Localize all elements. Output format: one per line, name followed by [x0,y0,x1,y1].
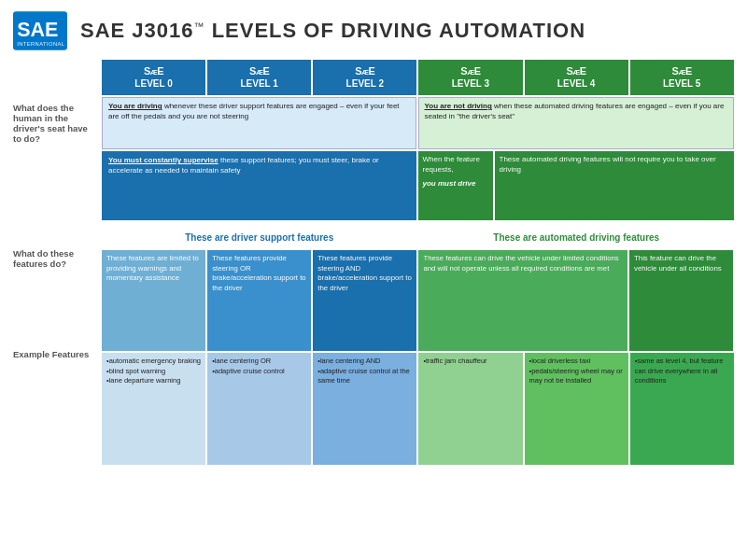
page-title: SAE J3016™ LEVELS OF DRIVING AUTOMATION [80,19,585,43]
label-column: What does the human in the driver's seat… [13,60,102,465]
level-5-num: LEVEL 5 [663,78,700,90]
level-1-header: SÆE LEVEL 1 [207,60,311,95]
level-1-num: LEVEL 1 [240,78,277,90]
row1-blue-must: You must constantly supervise [108,156,218,164]
subheader-green: These are automated driving features [419,226,735,248]
page: SAE INTERNATIONAL SAE J3016™ LEVELS OF D… [0,0,747,560]
row1-green-bottom: When the feature requests, you must driv… [418,151,735,220]
row1-green-level45: These automated driving features will no… [495,151,735,220]
ex-cell-2: •lane centering AND •adaptive cruise con… [313,353,416,465]
content-area: SÆE LEVEL 0 SÆE LEVEL 1 SÆE LEVEL 2 SÆE … [102,60,734,465]
level-4-num: LEVEL 4 [557,78,595,90]
svg-text:SAE: SAE [17,19,58,41]
level-2-header: SÆE LEVEL 2 [313,60,416,95]
header: SAE INTERNATIONAL SAE J3016™ LEVELS OF D… [13,11,734,50]
title-prefix: SAE J3016 [80,19,194,42]
ex-cell-1: •lane centering OR •adaptive cruise cont… [207,353,311,465]
level-2-num: LEVEL 2 [346,78,384,90]
features-row: These features are limited to providing … [102,250,734,351]
green-group-row1: You are not driving when these automated… [418,97,735,220]
row1-green-level3: When the feature requests, you must driv… [418,151,493,220]
row1-blue-top: You are driving whenever these driver su… [102,97,416,149]
human-row: You are driving whenever these driver su… [102,97,734,220]
svg-text:INTERNATIONAL: INTERNATIONAL [17,41,65,47]
ex-cell-0: •automatic emergency braking •blind spot… [102,353,205,465]
level-2-abbr: SÆE [355,65,374,77]
examples-row: •automatic emergency braking •blind spot… [102,353,734,465]
row1-blue-bottom: You must constantly supervise these supp… [102,151,416,220]
ex-cell-4: •local driverless taxi •pedals/steering … [525,353,628,465]
level-0-header: SÆE LEVEL 0 [102,60,205,95]
sae-logo: SAE INTERNATIONAL [13,11,67,50]
level-3-abbr: SÆE [460,65,480,77]
feat-cell-3-4: These features can drive the vehicle und… [418,250,627,351]
feat-cell-0: These features are limited to providing … [102,250,205,351]
row1-green-level3-top: When the feature requests, [423,155,488,175]
ex-cell-5: •same as level 4, but feature can drive … [630,353,734,465]
subheader-blue: These are driver support features [102,226,417,248]
row1-green-top: You are not driving when these automated… [418,97,735,149]
level-1-abbr: SÆE [249,65,269,77]
level-4-abbr: SÆE [566,65,585,77]
level-0-abbr: SÆE [144,65,163,77]
level-5-header: SÆE LEVEL 5 [630,60,734,95]
row1-blue-you-are: You are driving [108,102,162,110]
examples-label: Example Features [13,342,102,454]
row1-green-level3-bottom: you must drive [423,179,488,189]
feat-cell-5: This feature can drive the vehicle under… [629,250,733,351]
blue-group-row1: You are driving whenever these driver su… [102,97,416,220]
level-headers-row: SÆE LEVEL 0 SÆE LEVEL 1 SÆE LEVEL 2 SÆE … [102,60,734,95]
level-4-header: SÆE LEVEL 4 [525,60,628,95]
feat-cell-1: These features provide steering OR brake… [207,250,311,351]
level-0-num: LEVEL 0 [134,78,172,90]
main-table: What does the human in the driver's seat… [13,60,734,465]
subheader-label-spacer [13,218,102,241]
subheader-row: These are driver support features These … [102,226,734,248]
feat-cell-2: These features provide steering AND brak… [313,250,416,351]
features-label: What do these features do? [13,241,102,342]
ex-cell-3: •traffic jam chauffeur [418,353,522,465]
title-tm: ™ [194,21,205,32]
human-label: What does the human in the driver's seat… [13,95,102,218]
level-3-num: LEVEL 3 [452,78,489,90]
level-3-header: SÆE LEVEL 3 [418,60,522,95]
row1-green-not: You are not driving [425,102,492,110]
title-suffix: LEVELS OF DRIVING AUTOMATION [212,19,585,42]
header-label-spacer [13,60,102,95]
level-5-abbr: SÆE [672,65,692,77]
